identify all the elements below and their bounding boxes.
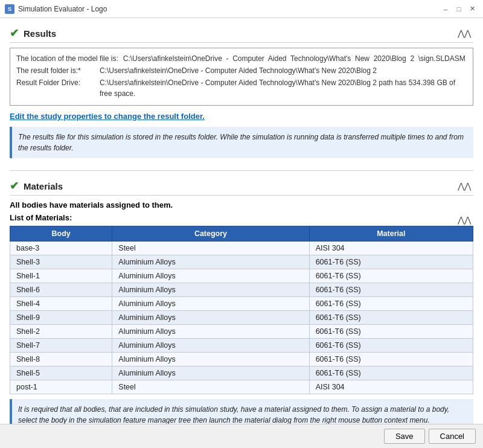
info-label-drive: Result Folder Drive: — [16, 77, 95, 99]
info-label-result-folder: The result folder is:* — [16, 65, 95, 76]
materials-table: Body Category Material base-3SteelAISI 3… — [10, 226, 473, 394]
materials-collapse-button[interactable]: ⋀⋀ — [455, 180, 473, 192]
list-label: List of Materials: — [10, 213, 72, 222]
table-cell: Shell-1 — [10, 269, 112, 283]
title-bar-left: S Simulation Evaluator - Logo — [5, 4, 107, 14]
table-cell: 6061-T6 (SS) — [309, 366, 473, 380]
materials-title-row: ✔ Materials — [10, 179, 63, 193]
table-cell: Aluminium Alloys — [112, 269, 309, 283]
table-row: Shell-5Aluminium Alloys6061-T6 (SS) — [10, 366, 473, 380]
table-cell: Shell-7 — [10, 339, 112, 353]
table-cell: Shell-2 — [10, 325, 112, 339]
info-value-model: C:\Users\afinkelstein\OneDrive - Compute… — [123, 53, 465, 64]
results-collapse-button[interactable]: ⋀⋀ — [455, 27, 473, 39]
table-cell: 6061-T6 (SS) — [309, 269, 473, 283]
table-row: Shell-8Aluminium Alloys6061-T6 (SS) — [10, 353, 473, 366]
materials-title: Materials — [24, 181, 63, 191]
table-row: Shell-4Aluminium Alloys6061-T6 (SS) — [10, 297, 473, 311]
table-cell: Aluminium Alloys — [112, 283, 309, 297]
table-cell: Aluminium Alloys — [112, 353, 309, 366]
results-collapse-icon: ⋀⋀ — [458, 28, 471, 38]
table-cell: Steel — [112, 380, 309, 394]
table-cell: AISI 304 — [309, 380, 473, 394]
all-bodies-text: All bodies have materials assigned to th… — [10, 200, 473, 210]
table-cell: Shell-4 — [10, 297, 112, 311]
table-header-row: Body Category Material — [10, 226, 473, 242]
results-title: Results — [24, 28, 56, 39]
close-button[interactable]: ✕ — [466, 3, 478, 15]
edit-study-link[interactable]: Edit the study properties to change the … — [10, 112, 205, 121]
results-info-box: The location of the model file is: C:\Us… — [10, 48, 473, 106]
table-row: Shell-6Aluminium Alloys6061-T6 (SS) — [10, 283, 473, 297]
info-row-result-folder: The result folder is:* C:\Users\afinkels… — [16, 65, 467, 76]
results-note: The results file for this simulation is … — [10, 127, 473, 158]
table-cell: AISI 304 — [309, 242, 473, 255]
table-row: Shell-1Aluminium Alloys6061-T6 (SS) — [10, 269, 473, 283]
results-title-row: ✔ Results — [10, 27, 56, 40]
table-cell: Steel — [112, 242, 309, 255]
table-cell: Aluminium Alloys — [112, 339, 309, 353]
table-cell: Aluminium Alloys — [112, 255, 309, 269]
app-icon: S — [5, 4, 14, 14]
materials-collapse-icon: ⋀⋀ — [458, 181, 471, 191]
main-content: ✔ Results ⋀⋀ The location of the model f… — [0, 18, 483, 424]
col-category: Category — [112, 226, 309, 242]
window-title: Simulation Evaluator - Logo — [18, 5, 107, 13]
table-cell: 6061-T6 (SS) — [309, 255, 473, 269]
table-cell: post-1 — [10, 380, 112, 394]
table-cell: Shell-5 — [10, 366, 112, 380]
table-cell: 6061-T6 (SS) — [309, 353, 473, 366]
materials-header-row: List of Materials: ⋀⋀ — [10, 213, 473, 226]
info-row-drive: Result Folder Drive: C:\Users\afinkelste… — [16, 77, 467, 99]
table-cell: Shell-6 — [10, 283, 112, 297]
cancel-button[interactable]: Cancel — [429, 429, 476, 444]
info-value-result-folder: C:\Users\afinkelstein\OneDrive - Compute… — [100, 65, 377, 76]
title-bar: S Simulation Evaluator - Logo – □ ✕ — [0, 0, 483, 18]
table-cell: 6061-T6 (SS) — [309, 339, 473, 353]
table-cell: 6061-T6 (SS) — [309, 325, 473, 339]
table-cell: 6061-T6 (SS) — [309, 283, 473, 297]
table-header: Body Category Material — [10, 226, 473, 242]
maximize-button[interactable]: □ — [453, 3, 465, 15]
materials-section: ✔ Materials ⋀⋀ All bodies have materials… — [0, 171, 483, 424]
table-cell: Aluminium Alloys — [112, 297, 309, 311]
materials-check-icon: ✔ — [10, 179, 19, 193]
table-cell: 6061-T6 (SS) — [309, 311, 473, 325]
table-cell: Shell-9 — [10, 311, 112, 325]
table-cell: Aluminium Alloys — [112, 325, 309, 339]
info-value-drive: C:\Users\afinkelstein\OneDrive - Compute… — [100, 77, 467, 99]
info-label-model: The location of the model file is: — [16, 53, 118, 64]
table-row: post-1SteelAISI 304 — [10, 380, 473, 394]
materials-section-header: ✔ Materials ⋀⋀ — [10, 176, 473, 196]
minimize-button[interactable]: – — [440, 3, 452, 15]
list-collapse-button[interactable]: ⋀⋀ — [455, 214, 473, 226]
bottom-bar: Save Cancel — [0, 424, 483, 448]
window-controls[interactable]: – □ ✕ — [440, 3, 478, 15]
materials-footer-note: It is required that all bodies, that are… — [10, 399, 473, 424]
table-cell: Shell-8 — [10, 353, 112, 366]
results-section-header: ✔ Results ⋀⋀ — [10, 23, 473, 43]
table-cell: Shell-3 — [10, 255, 112, 269]
table-cell: 6061-T6 (SS) — [309, 297, 473, 311]
table-row: Shell-2Aluminium Alloys6061-T6 (SS) — [10, 325, 473, 339]
col-body: Body — [10, 226, 112, 242]
results-check-icon: ✔ — [10, 27, 19, 40]
col-material: Material — [309, 226, 473, 242]
info-row-model: The location of the model file is: C:\Us… — [16, 53, 467, 64]
save-button[interactable]: Save — [384, 429, 425, 444]
table-cell: Aluminium Alloys — [112, 366, 309, 380]
table-row: Shell-9Aluminium Alloys6061-T6 (SS) — [10, 311, 473, 325]
table-body: base-3SteelAISI 304Shell-3Aluminium Allo… — [10, 242, 473, 394]
table-row: base-3SteelAISI 304 — [10, 242, 473, 255]
results-section: ✔ Results ⋀⋀ The location of the model f… — [0, 18, 483, 170]
table-row: Shell-7Aluminium Alloys6061-T6 (SS) — [10, 339, 473, 353]
table-cell: Aluminium Alloys — [112, 311, 309, 325]
list-collapse-icon: ⋀⋀ — [458, 215, 471, 225]
table-row: Shell-3Aluminium Alloys6061-T6 (SS) — [10, 255, 473, 269]
table-cell: base-3 — [10, 242, 112, 255]
